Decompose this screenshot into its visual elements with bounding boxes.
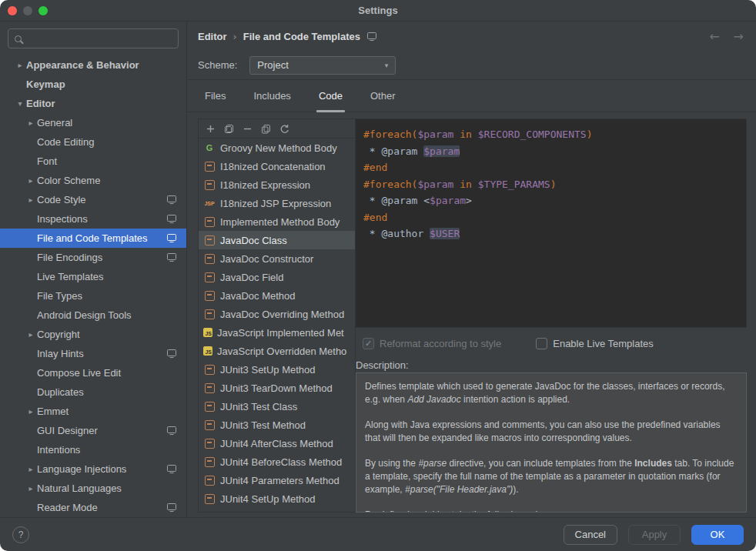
cancel-button[interactable]: Cancel	[564, 525, 617, 545]
sidebar-item-keymap[interactable]: Keymap	[0, 75, 186, 94]
template-icon	[203, 216, 216, 227]
add-icon[interactable]	[206, 124, 216, 134]
chevron-right-icon: ▸	[25, 407, 37, 416]
template-item-junit3-teardown-method[interactable]: JUnit3 TearDown Method	[199, 379, 355, 397]
reformat-checkbox-label: Reformat according to style	[380, 338, 501, 349]
template-item-javadoc-class[interactable]: JavaDoc Class	[199, 231, 355, 249]
template-item-javadoc-field[interactable]: JavaDoc Field	[199, 268, 355, 286]
template-item-junit3-test-method[interactable]: JUnit3 Test Method	[199, 416, 355, 434]
sidebar-item-color-scheme[interactable]: ▸Color Scheme	[0, 171, 186, 190]
template-item-junit4-parameters-method[interactable]: JUnit4 Parameters Method	[199, 471, 355, 489]
js-icon: JS	[203, 346, 212, 356]
scheme-select[interactable]: Project ▾	[249, 56, 396, 75]
sidebar-item-gui-designer[interactable]: GUI Designer	[0, 421, 186, 440]
sidebar-item-natural-languages[interactable]: ▸Natural Languages	[0, 479, 186, 498]
template-item-javadoc-constructor[interactable]: JavaDoc Constructor	[199, 249, 355, 268]
sidebar-item-label: Font	[37, 155, 57, 167]
close-button[interactable]	[8, 6, 17, 15]
sidebar-item-code-style[interactable]: ▸Code Style	[0, 190, 186, 209]
template-item-i18nized-concatenation[interactable]: I18nized Concatenation	[199, 157, 355, 175]
sidebar-item-intentions[interactable]: Intentions	[0, 440, 186, 459]
reformat-checkbox[interactable]: Reformat according to style	[363, 338, 501, 349]
remove-icon[interactable]	[243, 124, 253, 134]
template-item-javadoc-overriding-method[interactable]: JavaDoc Overriding Method	[199, 305, 355, 323]
enable-live-templates-checkbox[interactable]: Enable Live Templates	[536, 338, 654, 349]
groovy-icon: G	[203, 142, 216, 153]
template-item-junit4-beforeclass-method[interactable]: JUnit4 BeforeClass Method	[199, 452, 355, 471]
template-list-toolbar	[199, 119, 355, 139]
sidebar-item-file-encodings[interactable]: File Encodings	[0, 248, 186, 267]
template-item-javadoc-method[interactable]: JavaDoc Method	[199, 286, 355, 305]
sidebar-item-file-and-code-templates[interactable]: File and Code Templates	[0, 229, 186, 248]
sidebar-item-font[interactable]: Font	[0, 152, 186, 171]
template-item-label: I18nized JSP Expression	[220, 198, 331, 209]
sidebar-item-label: General	[37, 117, 72, 129]
reset-icon[interactable]	[279, 124, 289, 134]
sidebar-item-duplicates[interactable]: Duplicates	[0, 382, 186, 402]
sidebar-item-label: File and Code Templates	[37, 232, 148, 244]
template-icon	[203, 290, 216, 301]
window-controls	[8, 6, 48, 15]
search-input[interactable]	[27, 33, 172, 45]
zoom-button[interactable]	[38, 6, 48, 15]
description-paragraph: Along with Java expressions and comments…	[365, 419, 738, 446]
tab-other[interactable]: Other	[368, 90, 398, 112]
template-item-i18nized-expression[interactable]: I18nized Expression	[199, 175, 355, 194]
sidebar-item-general[interactable]: ▸General	[0, 113, 186, 132]
sidebar-item-compose-live-edit[interactable]: Compose Live Edit	[0, 363, 186, 382]
monitor-icon	[366, 32, 377, 42]
tab-includes[interactable]: Includes	[251, 90, 293, 112]
template-item-i18nized-jsp-expression[interactable]: JSPI18nized JSP Expression	[199, 194, 355, 212]
template-options: Reformat according to style Enable Live …	[356, 334, 747, 352]
sidebar-item-label: GUI Designer	[37, 425, 98, 436]
sidebar-item-language-injections[interactable]: ▸Language Injections	[0, 459, 186, 479]
sidebar-item-copyright[interactable]: ▸Copyright	[0, 325, 186, 344]
sidebar-item-live-templates[interactable]: Live Templates	[0, 267, 186, 286]
create-child-icon[interactable]	[224, 124, 234, 134]
template-item-junit3-test-class[interactable]: JUnit3 Test Class	[199, 397, 355, 416]
scheme-row: Scheme: Project ▾	[187, 51, 756, 80]
sidebar-item-label: Emmet	[37, 406, 69, 417]
sidebar-item-label: Intentions	[37, 444, 80, 456]
scheme-selected-value: Project	[257, 59, 288, 71]
chevron-down-icon: ▾	[385, 62, 389, 69]
sidebar-item-inlay-hints[interactable]: Inlay Hints	[0, 344, 186, 363]
breadcrumb-editor[interactable]: Editor	[198, 31, 227, 42]
sidebar-item-inspections[interactable]: Inspections	[0, 209, 186, 229]
sidebar-item-file-types[interactable]: File Types	[0, 286, 186, 306]
dialog-footer: ? Cancel Apply OK	[0, 517, 756, 551]
forward-icon[interactable]: →	[734, 29, 744, 44]
tab-files[interactable]: Files	[202, 90, 228, 112]
dialog-body: ▸Appearance & BehaviorKeymap▾Editor▸Gene…	[0, 22, 756, 517]
template-icon	[203, 401, 216, 412]
sidebar-item-editor[interactable]: ▾Editor	[0, 94, 186, 113]
settings-search-box[interactable]	[8, 28, 179, 48]
apply-button[interactable]: Apply	[628, 525, 681, 545]
sidebar-item-reader-mode[interactable]: Reader Mode	[0, 498, 186, 517]
template-item-junit4-setup-method[interactable]: JUnit4 SetUp Method	[199, 489, 355, 508]
template-item-label: JavaDoc Class	[220, 235, 287, 246]
sidebar-item-code-editing[interactable]: Code Editing	[0, 132, 186, 152]
ok-button[interactable]: OK	[691, 525, 744, 545]
sidebar-item-appearance-behavior[interactable]: ▸Appearance & Behavior	[0, 55, 186, 75]
description-paragraph: Defines template which used to generate …	[365, 380, 738, 407]
tab-code[interactable]: Code	[316, 90, 345, 112]
sidebar-item-label: File Encodings	[37, 252, 102, 263]
back-icon[interactable]: ←	[709, 29, 719, 44]
template-item-junit3-setup-method[interactable]: JUnit3 SetUp Method	[199, 360, 355, 379]
help-button[interactable]: ?	[12, 526, 29, 543]
template-item-junit4-afterclass-method[interactable]: JUnit4 AfterClass Method	[199, 434, 355, 452]
template-item-groovy-new-method-body[interactable]: GGroovy New Method Body	[199, 139, 355, 157]
template-item-label: I18nized Expression	[220, 179, 310, 191]
template-item-javascript-implemented-met[interactable]: JSJavaScript Implemented Met	[199, 323, 355, 342]
sidebar-item-android-design-tools[interactable]: Android Design Tools	[0, 306, 186, 325]
template-icon	[203, 235, 216, 245]
template-item-implemented-method-body[interactable]: Implemented Method Body	[199, 212, 355, 231]
sidebar-item-emmet[interactable]: ▸Emmet	[0, 402, 186, 421]
template-code-editor[interactable]: #foreach($param in $RECORD_COMPONENTS) *…	[356, 119, 747, 328]
settings-main: Editor › File and Code Templates ← → Sch…	[187, 22, 756, 517]
copy-icon[interactable]	[261, 124, 271, 134]
template-list-panel: GGroovy New Method BodyI18nized Concaten…	[198, 119, 356, 513]
template-icon	[203, 161, 216, 172]
template-item-javascript-overridden-metho[interactable]: JSJavaScript Overridden Metho	[199, 342, 355, 360]
